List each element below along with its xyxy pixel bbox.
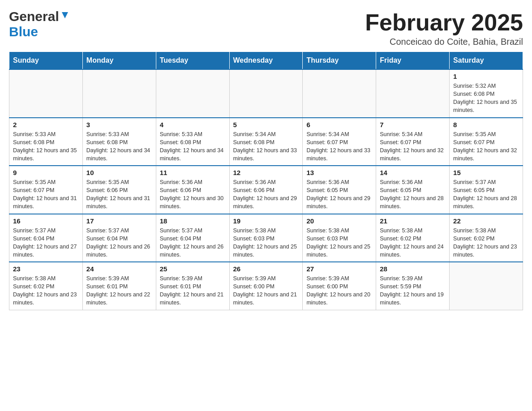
calendar-cell: [82, 69, 156, 118]
day-info: Sunrise: 5:38 AMSunset: 6:02 PMDaylight:…: [13, 274, 79, 307]
calendar-cell: 16Sunrise: 5:37 AMSunset: 6:04 PMDayligh…: [9, 214, 83, 262]
day-number: 4: [160, 121, 226, 128]
calendar-cell: 24Sunrise: 5:39 AMSunset: 6:01 PMDayligh…: [82, 262, 156, 310]
day-number: 16: [13, 217, 79, 225]
day-number: 6: [306, 121, 372, 128]
day-number: 7: [380, 121, 446, 128]
day-header-wednesday: Wednesday: [229, 52, 303, 70]
day-info: Sunrise: 5:39 AMSunset: 6:00 PMDaylight:…: [306, 274, 372, 307]
day-number: 20: [306, 217, 372, 225]
calendar-cell: 4Sunrise: 5:33 AMSunset: 6:08 PMDaylight…: [156, 118, 229, 166]
calendar-cell: 27Sunrise: 5:39 AMSunset: 6:00 PMDayligh…: [303, 262, 376, 310]
calendar-cell: [156, 69, 229, 118]
day-info: Sunrise: 5:39 AMSunset: 6:00 PMDaylight:…: [233, 274, 299, 307]
day-info: Sunrise: 5:37 AMSunset: 6:04 PMDaylight:…: [86, 227, 152, 259]
day-info: Sunrise: 5:37 AMSunset: 6:05 PMDaylight:…: [453, 178, 519, 211]
day-number: 2: [13, 121, 79, 128]
day-info: Sunrise: 5:32 AMSunset: 6:08 PMDaylight:…: [453, 82, 519, 115]
svg-marker-0: [62, 12, 68, 18]
calendar-cell: [376, 69, 450, 118]
day-info: Sunrise: 5:38 AMSunset: 6:03 PMDaylight:…: [306, 227, 372, 259]
calendar-cell: 22Sunrise: 5:38 AMSunset: 6:02 PMDayligh…: [450, 214, 523, 262]
day-number: 12: [233, 169, 299, 176]
calendar-cell: 23Sunrise: 5:38 AMSunset: 6:02 PMDayligh…: [9, 262, 83, 310]
calendar-cell: 9Sunrise: 5:35 AMSunset: 6:07 PMDaylight…: [9, 166, 83, 214]
day-info: Sunrise: 5:39 AMSunset: 5:59 PMDaylight:…: [380, 274, 446, 307]
calendar-cell: 26Sunrise: 5:39 AMSunset: 6:00 PMDayligh…: [229, 262, 303, 310]
day-info: Sunrise: 5:34 AMSunset: 6:08 PMDaylight:…: [233, 130, 299, 163]
calendar-cell: 15Sunrise: 5:37 AMSunset: 6:05 PMDayligh…: [450, 166, 523, 214]
calendar-cell: 10Sunrise: 5:35 AMSunset: 6:06 PMDayligh…: [82, 166, 156, 214]
day-number: 9: [13, 169, 79, 176]
day-info: Sunrise: 5:33 AMSunset: 6:08 PMDaylight:…: [160, 130, 226, 163]
day-number: 17: [86, 217, 152, 225]
day-info: Sunrise: 5:36 AMSunset: 6:05 PMDaylight:…: [306, 178, 372, 211]
day-info: Sunrise: 5:34 AMSunset: 6:07 PMDaylight:…: [306, 130, 372, 163]
calendar-header: SundayMondayTuesdayWednesdayThursdayFrid…: [9, 52, 523, 70]
calendar-cell: 20Sunrise: 5:38 AMSunset: 6:03 PMDayligh…: [303, 214, 376, 262]
day-number: 10: [86, 169, 152, 176]
calendar-cell: 1Sunrise: 5:32 AMSunset: 6:08 PMDaylight…: [450, 69, 523, 118]
calendar-cell: 13Sunrise: 5:36 AMSunset: 6:05 PMDayligh…: [303, 166, 376, 214]
calendar-cell: 6Sunrise: 5:34 AMSunset: 6:07 PMDaylight…: [303, 118, 376, 166]
day-info: Sunrise: 5:39 AMSunset: 6:01 PMDaylight:…: [86, 274, 152, 307]
day-number: 25: [160, 265, 226, 273]
calendar-cell: 8Sunrise: 5:35 AMSunset: 6:07 PMDaylight…: [450, 118, 523, 166]
day-number: 8: [453, 121, 519, 128]
week-row-2: 2Sunrise: 5:33 AMSunset: 6:08 PMDaylight…: [9, 118, 523, 166]
calendar-cell: 2Sunrise: 5:33 AMSunset: 6:08 PMDaylight…: [9, 118, 83, 166]
day-number: 24: [86, 265, 152, 273]
page-subtitle: Conceicao do Coite, Bahia, Brazil: [365, 37, 523, 47]
calendar-cell: [9, 69, 83, 118]
calendar-cell: 3Sunrise: 5:33 AMSunset: 6:08 PMDaylight…: [82, 118, 156, 166]
day-headers-row: SundayMondayTuesdayWednesdayThursdayFrid…: [9, 52, 523, 70]
day-header-tuesday: Tuesday: [156, 52, 229, 70]
day-number: 27: [306, 265, 372, 273]
calendar-cell: 11Sunrise: 5:36 AMSunset: 6:06 PMDayligh…: [156, 166, 229, 214]
day-number: 19: [233, 217, 299, 225]
title-section: February 2025 Conceicao do Coite, Bahia,…: [365, 9, 523, 47]
day-number: 1: [453, 73, 519, 80]
calendar-body: 1Sunrise: 5:32 AMSunset: 6:08 PMDaylight…: [9, 69, 523, 310]
day-number: 22: [453, 217, 519, 225]
logo-arrow-icon: [60, 10, 70, 22]
day-info: Sunrise: 5:36 AMSunset: 6:06 PMDaylight:…: [160, 178, 226, 211]
day-number: 23: [13, 265, 79, 273]
day-info: Sunrise: 5:37 AMSunset: 6:04 PMDaylight:…: [13, 227, 79, 259]
calendar-cell: [450, 262, 523, 310]
week-row-3: 9Sunrise: 5:35 AMSunset: 6:07 PMDaylight…: [9, 166, 523, 214]
day-info: Sunrise: 5:36 AMSunset: 6:06 PMDaylight:…: [233, 178, 299, 211]
calendar-cell: [229, 69, 303, 118]
calendar-cell: 12Sunrise: 5:36 AMSunset: 6:06 PMDayligh…: [229, 166, 303, 214]
day-number: 18: [160, 217, 226, 225]
day-info: Sunrise: 5:38 AMSunset: 6:02 PMDaylight:…: [380, 227, 446, 259]
calendar-cell: 28Sunrise: 5:39 AMSunset: 5:59 PMDayligh…: [376, 262, 450, 310]
day-info: Sunrise: 5:36 AMSunset: 6:05 PMDaylight:…: [380, 178, 446, 211]
day-info: Sunrise: 5:38 AMSunset: 6:02 PMDaylight:…: [453, 227, 519, 259]
day-info: Sunrise: 5:35 AMSunset: 6:07 PMDaylight:…: [453, 130, 519, 163]
calendar-cell: [303, 69, 376, 118]
calendar-cell: 14Sunrise: 5:36 AMSunset: 6:05 PMDayligh…: [376, 166, 450, 214]
day-header-friday: Friday: [376, 52, 450, 70]
day-info: Sunrise: 5:37 AMSunset: 6:04 PMDaylight:…: [160, 227, 226, 259]
calendar-cell: 21Sunrise: 5:38 AMSunset: 6:02 PMDayligh…: [376, 214, 450, 262]
calendar-table: SundayMondayTuesdayWednesdayThursdayFrid…: [9, 51, 523, 310]
week-row-1: 1Sunrise: 5:32 AMSunset: 6:08 PMDaylight…: [9, 69, 523, 118]
day-number: 13: [306, 169, 372, 176]
day-number: 15: [453, 169, 519, 176]
day-header-sunday: Sunday: [9, 52, 83, 70]
day-header-saturday: Saturday: [450, 52, 523, 70]
day-number: 14: [380, 169, 446, 176]
logo-general-text: General: [9, 9, 59, 24]
page-header: General Blue February 2025 Conceicao do …: [9, 9, 523, 47]
day-info: Sunrise: 5:35 AMSunset: 6:07 PMDaylight:…: [13, 178, 79, 211]
day-info: Sunrise: 5:39 AMSunset: 6:01 PMDaylight:…: [160, 274, 226, 307]
logo: General Blue: [9, 9, 70, 39]
day-info: Sunrise: 5:33 AMSunset: 6:08 PMDaylight:…: [86, 130, 152, 163]
day-number: 11: [160, 169, 226, 176]
week-row-4: 16Sunrise: 5:37 AMSunset: 6:04 PMDayligh…: [9, 214, 523, 262]
day-info: Sunrise: 5:34 AMSunset: 6:07 PMDaylight:…: [380, 130, 446, 163]
day-info: Sunrise: 5:35 AMSunset: 6:06 PMDaylight:…: [86, 178, 152, 211]
calendar-cell: 19Sunrise: 5:38 AMSunset: 6:03 PMDayligh…: [229, 214, 303, 262]
day-info: Sunrise: 5:33 AMSunset: 6:08 PMDaylight:…: [13, 130, 79, 163]
